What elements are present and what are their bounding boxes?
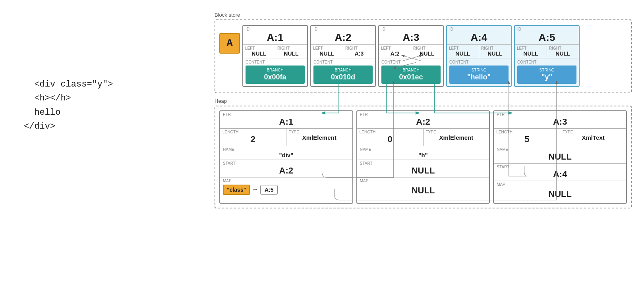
code-line-1: <h></h> xyxy=(24,93,71,103)
diagram-wrapper: Block store A ID A:1 LEFT NULL RIG xyxy=(215,12,632,208)
map-val: A:5 xyxy=(260,185,278,195)
block-content-a2: BRANCH 0x010d xyxy=(313,66,373,84)
code-line-3: </div> xyxy=(24,121,55,131)
block-content-a4: STRING "hello" xyxy=(449,66,509,84)
block-card-a2: ID A:2 LEFT NULL RIGHT A:3 CONTENT xyxy=(310,25,376,87)
block-card-a5: ID A:5 LEFT NULL RIGHT NULL CONTENT xyxy=(514,25,580,87)
block-card-a3: ID A:3 LEFT A:2 RIGHT NULL CONTENT xyxy=(378,25,444,87)
block-content-a1: BRANCH 0x00fa xyxy=(246,66,305,84)
map-content-a1: "class" → A:5 xyxy=(223,183,350,197)
block-content-a3: BRANCH 0x01ec xyxy=(381,66,441,84)
block-card-a1: ID A:1 LEFT NULL RIGHT NULL CONTENT xyxy=(242,25,308,87)
map-arrow: → xyxy=(253,186,257,193)
map-key: "class" xyxy=(223,185,250,195)
block-content-a5: STRING "y" xyxy=(517,66,576,84)
block-lr-a1: LEFT NULL RIGHT NULL xyxy=(243,45,307,58)
heap-node-a1: PTR A:1 LENGTH 2 TYPE XmlElement NAME "d… xyxy=(219,110,353,204)
heap-label: Heap xyxy=(215,98,632,104)
block-id-row-a1: ID A:1 xyxy=(243,26,307,45)
diagram: Block store A ID A:1 LEFT NULL RIG xyxy=(215,12,632,208)
code-line-2: hello xyxy=(24,108,60,118)
code-block: <div class="y"> <h></h> hello </div> xyxy=(24,64,113,133)
code-line-0: <div class="y"> xyxy=(34,79,113,89)
block-store-label: Block store xyxy=(215,12,632,18)
heap-container: PTR A:1 LENGTH 2 TYPE XmlElement NAME "d… xyxy=(215,106,632,208)
heap-node-a3: PTR A:3 LENGTH 5 TYPE XmlText NAME NULL xyxy=(493,110,627,204)
block-store-container: A ID A:1 LEFT NULL RIGHT NULL xyxy=(215,19,632,93)
heap-node-a2: PTR A:2 LENGTH 0 TYPE XmlElement NAME "h… xyxy=(356,110,490,204)
orange-a-box: A xyxy=(219,33,240,54)
block-card-a4: ID A:4 LEFT NULL RIGHT NULL CONTENT xyxy=(446,25,512,87)
